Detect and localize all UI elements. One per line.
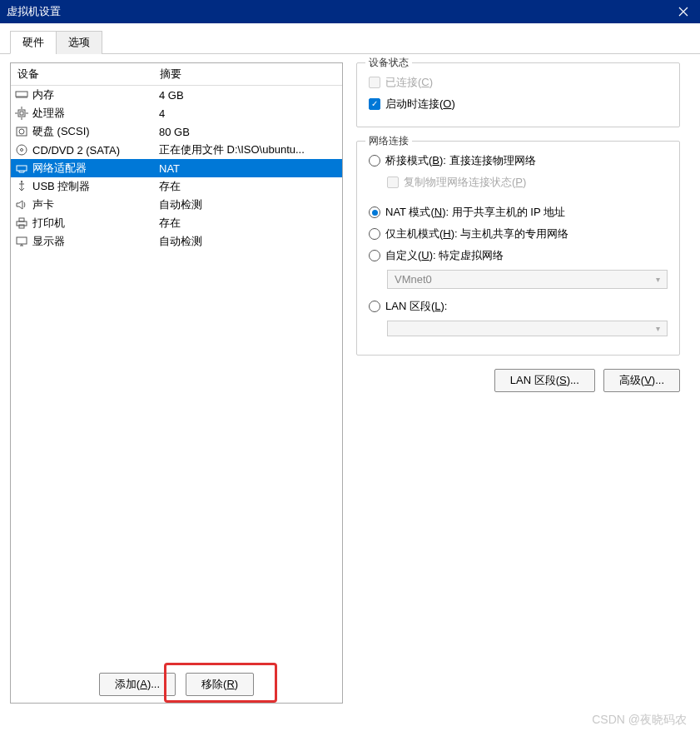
device-name: 硬盘 (SCSI) bbox=[32, 124, 159, 139]
device-name: CD/DVD 2 (SATA) bbox=[32, 144, 159, 157]
custom-vmnet-select: VMnet0 ▾ bbox=[387, 270, 668, 289]
window-title: 虚拟机设置 bbox=[7, 4, 61, 19]
advanced-button[interactable]: 高级(V)... bbox=[603, 369, 680, 392]
hdd-icon bbox=[14, 124, 29, 139]
device-summary: 存在 bbox=[159, 179, 339, 194]
device-row-printer[interactable]: 打印机 存在 bbox=[11, 214, 342, 232]
svg-rect-1 bbox=[18, 110, 25, 117]
chevron-down-icon: ▾ bbox=[656, 275, 660, 284]
tab-hardware[interactable]: 硬件 bbox=[10, 31, 57, 54]
svg-point-6 bbox=[21, 149, 23, 152]
device-summary: 4 GB bbox=[159, 89, 339, 102]
svg-point-8 bbox=[21, 181, 22, 182]
tab-bar: 硬件 选项 bbox=[0, 23, 700, 54]
device-summary: 4 bbox=[159, 107, 339, 120]
svg-rect-0 bbox=[16, 92, 27, 97]
svg-rect-10 bbox=[19, 218, 24, 221]
nat-radio[interactable] bbox=[369, 206, 380, 218]
device-row-display[interactable]: 显示器 自动检测 bbox=[11, 232, 342, 251]
device-row-sound[interactable]: 声卡 自动检测 bbox=[11, 196, 342, 214]
device-name: 声卡 bbox=[32, 197, 159, 212]
device-row-cpu[interactable]: 处理器 4 bbox=[11, 104, 342, 122]
custom-radio[interactable] bbox=[369, 250, 380, 261]
device-summary: 正在使用文件 D:\ISO\ubuntu... bbox=[159, 142, 339, 157]
bridge-radio[interactable] bbox=[369, 155, 380, 167]
device-row-hdd[interactable]: 硬盘 (SCSI) 80 GB bbox=[11, 122, 342, 141]
device-summary: 自动检测 bbox=[159, 197, 339, 212]
copy-physical-checkbox bbox=[387, 177, 399, 188]
hostonly-radio[interactable] bbox=[369, 228, 380, 240]
lan-segment-radio[interactable] bbox=[369, 301, 380, 312]
add-button[interactable]: 添加(A)... bbox=[99, 673, 176, 696]
device-name: 显示器 bbox=[32, 234, 159, 249]
connected-label: 已连接(C) bbox=[385, 75, 433, 90]
device-name: 处理器 bbox=[32, 106, 159, 121]
watermark: CSDN @夜晓码农 bbox=[592, 713, 687, 728]
svg-rect-7 bbox=[17, 166, 27, 171]
device-row-cd[interactable]: CD/DVD 2 (SATA) 正在使用文件 D:\ISO\ubuntu... bbox=[11, 141, 342, 159]
lan-segment-select: ▾ bbox=[387, 321, 668, 336]
net-icon bbox=[14, 161, 29, 176]
summary-header: 摘要 bbox=[160, 67, 339, 82]
device-header: 设备 bbox=[14, 67, 160, 82]
device-status-title: 设备状态 bbox=[365, 56, 412, 70]
bridge-label: 桥接模式(B): 直接连接物理网络 bbox=[385, 153, 536, 168]
device-row-usb[interactable]: USB 控制器 存在 bbox=[11, 177, 342, 196]
hostonly-label: 仅主机模式(H): 与主机共享的专用网络 bbox=[385, 226, 568, 241]
lan-segments-button[interactable]: LAN 区段(S)... bbox=[494, 369, 595, 392]
device-summary: 80 GB bbox=[159, 126, 339, 138]
device-summary: NAT bbox=[159, 162, 339, 175]
copy-physical-label: 复制物理网络连接状态(P) bbox=[404, 175, 526, 190]
device-row-memory[interactable]: 内存 4 GB bbox=[11, 86, 342, 104]
svg-point-4 bbox=[19, 129, 24, 134]
network-connection-title: 网络连接 bbox=[365, 134, 412, 148]
device-row-net[interactable]: 网络适配器 NAT bbox=[11, 159, 342, 177]
cd-icon bbox=[14, 142, 29, 157]
startup-connect-label: 启动时连接(O) bbox=[385, 97, 455, 112]
printer-icon bbox=[14, 216, 29, 231]
startup-connect-checkbox[interactable] bbox=[369, 98, 380, 110]
custom-label: 自定义(U): 特定虚拟网络 bbox=[385, 248, 504, 263]
nat-label: NAT 模式(N): 用于共享主机的 IP 地址 bbox=[385, 205, 565, 220]
device-name: 内存 bbox=[32, 87, 159, 102]
memory-icon bbox=[14, 87, 29, 102]
close-icon[interactable] bbox=[667, 0, 700, 23]
usb-icon bbox=[14, 179, 29, 194]
device-summary: 存在 bbox=[159, 216, 339, 231]
chevron-down-icon: ▾ bbox=[656, 324, 660, 333]
tab-options[interactable]: 选项 bbox=[56, 31, 102, 54]
device-name: 打印机 bbox=[32, 216, 159, 231]
device-name: USB 控制器 bbox=[32, 179, 159, 194]
device-summary: 自动检测 bbox=[159, 234, 339, 249]
svg-rect-2 bbox=[20, 112, 23, 115]
display-icon bbox=[14, 234, 29, 249]
lan-segment-label: LAN 区段(L): bbox=[385, 299, 447, 314]
remove-button[interactable]: 移除(R) bbox=[186, 673, 254, 696]
network-connection-group: 网络连接 桥接模式(B): 直接连接物理网络 复制物理网络连接状态(P) NAT… bbox=[356, 141, 680, 356]
device-list-panel: 设备 摘要 内存 4 GB 处理器 4 硬盘 (SCSI) 80 GB CD/D… bbox=[10, 62, 343, 704]
svg-rect-12 bbox=[17, 237, 27, 244]
svg-point-5 bbox=[17, 145, 27, 155]
connected-checkbox bbox=[369, 77, 380, 88]
cpu-icon bbox=[14, 106, 29, 121]
sound-icon bbox=[14, 197, 29, 212]
device-name: 网络适配器 bbox=[32, 161, 159, 176]
device-status-group: 设备状态 已连接(C) 启动时连接(O) bbox=[356, 62, 680, 127]
